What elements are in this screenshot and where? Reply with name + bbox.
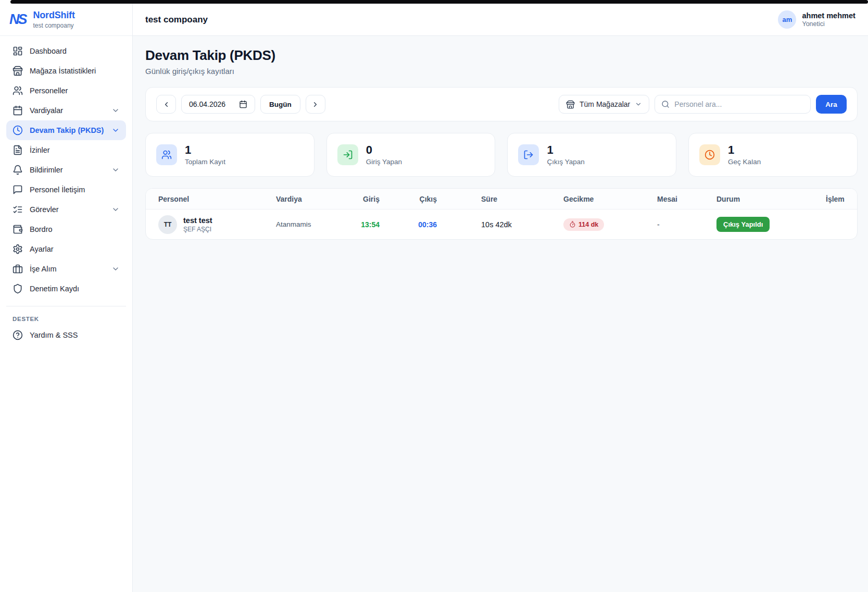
sidebar-item-dashboard[interactable]: Dashboard xyxy=(6,41,126,61)
stat-value: 1 xyxy=(547,144,584,156)
check-out-cell: 00:36 xyxy=(380,220,437,229)
sidebar-item-ise-alim[interactable]: İşe Alım xyxy=(6,259,126,279)
sidebar-section-destek: DESTEK xyxy=(12,316,120,322)
table-header: Personel Vardiya Giriş Çıkış Süre Gecikm… xyxy=(146,189,857,209)
stat-card-toplam-kayit: 1 Toplam Kayıt xyxy=(145,133,315,177)
next-day-button[interactable] xyxy=(306,95,325,114)
stat-cards: 1 Toplam Kayıt 0 Giriş Yapan 1 Çıkış Y xyxy=(145,133,858,177)
column-header-mesai: Mesai xyxy=(657,195,716,203)
sidebar-item-personel-iletisim[interactable]: Personel İletişim xyxy=(6,180,126,200)
store-select-value: Tüm Mağazalar xyxy=(580,100,630,108)
search-button[interactable]: Ara xyxy=(816,95,847,114)
date-value: 06.04.2026 xyxy=(189,100,225,108)
column-header-gecikme: Gecikme xyxy=(563,195,657,203)
chevron-left-icon xyxy=(162,101,170,108)
chevron-down-icon xyxy=(111,205,120,214)
checklist-icon xyxy=(12,204,23,215)
today-button[interactable]: Bugün xyxy=(260,95,300,114)
sidebar-item-yardim-sss[interactable]: Yardım & SSS xyxy=(6,325,126,345)
search-icon xyxy=(661,100,670,108)
check-in-cell: 13:54 xyxy=(333,220,380,229)
timer-icon xyxy=(569,221,576,228)
column-header-cikis: Çıkış xyxy=(380,195,437,203)
attendance-table: Personel Vardiya Giriş Çıkış Süre Gecikm… xyxy=(145,188,858,240)
chevron-down-icon xyxy=(111,106,120,115)
column-header-giris: Giriş xyxy=(333,195,380,203)
sidebar-item-label: İşe Alım xyxy=(30,265,57,273)
sidebar-item-ayarlar[interactable]: Ayarlar xyxy=(6,239,126,259)
sidebar-item-denetim-kaydi[interactable]: Denetim Kaydı xyxy=(6,279,126,299)
store-icon xyxy=(12,66,23,76)
login-icon xyxy=(337,144,358,165)
gear-icon xyxy=(12,244,23,254)
personnel-name: test test xyxy=(183,216,212,225)
calendar-icon xyxy=(12,105,23,116)
help-icon xyxy=(12,330,23,340)
users-icon xyxy=(156,144,177,165)
personnel-cell: TT test test ŞEF AŞÇI xyxy=(158,215,276,234)
sidebar-support-nav: Yardım & SSS xyxy=(0,325,132,345)
clock-icon xyxy=(12,125,23,135)
column-header-islem: İşlem xyxy=(826,195,845,203)
sidebar-item-vardiyalar[interactable]: Vardiyalar xyxy=(6,101,126,120)
sidebar-item-personeller[interactable]: Personeller xyxy=(6,81,126,101)
sidebar-item-label: Dashboard xyxy=(30,47,67,55)
chevron-down-icon xyxy=(111,166,120,174)
stat-value: 1 xyxy=(728,144,761,156)
stat-value: 1 xyxy=(185,144,225,156)
topbar-company-name: test compoany xyxy=(145,15,208,25)
sidebar-item-label: İzinler xyxy=(30,146,50,154)
sidebar: NS NordShift test compoany Dashboard Mağ… xyxy=(0,0,133,592)
delay-cell: 114 dk xyxy=(563,218,657,231)
table-row[interactable]: TT test test ŞEF AŞÇI Atanmamis 13:54 00… xyxy=(146,209,857,239)
page-content: Devam Takip (PKDS) Günlük giriş/çıkış ka… xyxy=(133,36,868,251)
brand[interactable]: NS NordShift test compoany xyxy=(0,4,132,36)
users-icon xyxy=(12,85,23,96)
column-header-sure: Süre xyxy=(437,195,563,203)
document-icon xyxy=(12,145,23,155)
sidebar-item-izinler[interactable]: İzinler xyxy=(6,140,126,160)
sidebar-item-label: Vardiyalar xyxy=(30,106,63,115)
sidebar-item-magaza-istatistikleri[interactable]: Mağaza İstatistikleri xyxy=(6,61,126,81)
stat-label: Geç Kalan xyxy=(728,158,761,166)
duration-cell: 10s 42dk xyxy=(437,220,563,229)
sidebar-divider xyxy=(6,306,126,306)
sidebar-item-label: Görevler xyxy=(30,205,59,214)
sidebar-item-bordro[interactable]: Bordro xyxy=(6,219,126,239)
avatar: TT xyxy=(158,215,177,234)
sidebar-item-label: Personeller xyxy=(30,87,68,95)
sidebar-item-label: Mağaza İstatistikleri xyxy=(30,67,96,75)
nordshift-logo-icon: NS xyxy=(9,13,28,27)
personnel-search xyxy=(655,95,811,114)
date-controls: 06.04.2026 Bugün xyxy=(156,95,325,114)
prev-day-button[interactable] xyxy=(156,95,176,114)
store-select[interactable]: Tüm Mağazalar xyxy=(559,95,649,114)
briefcase-icon xyxy=(12,264,23,274)
chevron-down-icon xyxy=(635,101,642,108)
sidebar-item-label: Devam Takip (PKDS) xyxy=(30,126,104,134)
page-subtitle: Günlük giriş/çıkış kayıtları xyxy=(145,67,858,76)
overtime-cell: - xyxy=(657,220,716,229)
app-root: NS NordShift test compoany Dashboard Mağ… xyxy=(0,0,868,592)
user-menu[interactable]: am ahmet mehmet Yonetici xyxy=(778,10,855,29)
stat-label: Çıkış Yapan xyxy=(547,158,584,166)
search-input[interactable] xyxy=(674,100,804,108)
delay-badge: 114 dk xyxy=(563,218,604,231)
column-header-personel: Personel xyxy=(158,195,276,203)
logout-icon xyxy=(518,144,539,165)
personnel-job-title: ŞEF AŞÇI xyxy=(183,226,212,233)
sidebar-item-gorevler[interactable]: Görevler xyxy=(6,200,126,219)
main-area: test compoany am ahmet mehmet Yonetici D… xyxy=(133,0,868,592)
column-header-vardiya: Vardiya xyxy=(276,195,333,203)
sidebar-item-devam-takip-pkds[interactable]: Devam Takip (PKDS) xyxy=(6,120,126,140)
sidebar-item-label: Bordro xyxy=(30,225,53,233)
search-controls: Tüm Mağazalar Ara xyxy=(559,95,847,114)
date-input[interactable]: 06.04.2026 xyxy=(181,95,255,114)
chevron-down-icon xyxy=(111,126,120,134)
user-role: Yonetici xyxy=(802,20,855,28)
sidebar-item-bildirimler[interactable]: Bildirimler xyxy=(6,160,126,180)
sidebar-item-label: Yardım & SSS xyxy=(30,331,78,339)
brand-name: NordShift xyxy=(33,10,75,21)
stat-card-giris-yapan: 0 Giriş Yapan xyxy=(326,133,496,177)
stat-label: Toplam Kayıt xyxy=(185,158,225,166)
